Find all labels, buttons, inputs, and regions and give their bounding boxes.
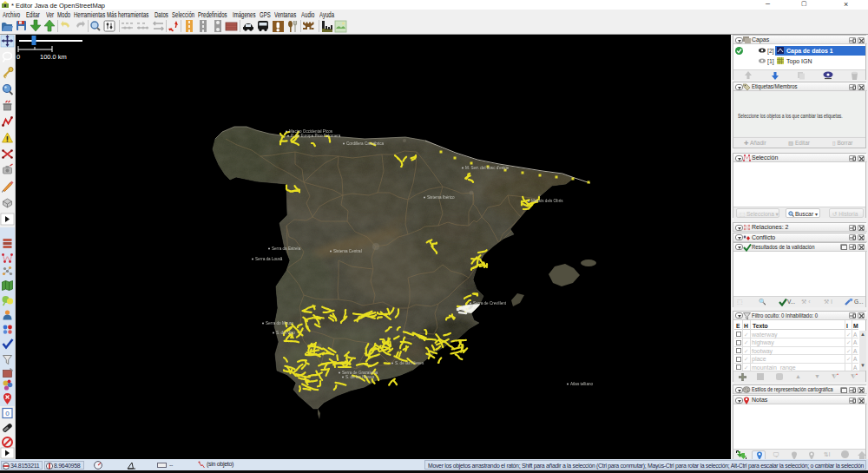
svg-text:Serra de Crevillent: Serra de Crevillent	[473, 301, 507, 305]
svg-text:Sistema Ibérico: Sistema Ibérico	[427, 195, 455, 200]
svg-text:Serra da Lousã: Serra da Lousã	[255, 257, 283, 261]
svg-text:S. del Viso: S. del Viso	[276, 331, 295, 335]
svg-text:S. de las Nieves: S. de las Nieves	[395, 361, 424, 365]
svg-text:Serra da Estrela: Serra da Estrela	[272, 246, 301, 251]
svg-text:P. de Europa Pico Palomera: P. de Europa Pico Palomera	[291, 134, 341, 138]
svg-text:Serra do Mouro: Serra do Mouro	[266, 321, 293, 325]
svg-text:Massís dels Obris: Massís dels Obris	[531, 199, 563, 203]
svg-text:Sistema Central: Sistema Central	[333, 249, 362, 253]
svg-text:0: 0	[5, 410, 10, 417]
svg-text:M. Serr. del bosc d'estge: M. Serr. del bosc d'estge	[465, 166, 510, 170]
svg-text:0: 0	[16, 53, 20, 61]
svg-text:Cordillera Cantábrica: Cordillera Cantábrica	[346, 141, 385, 146]
svg-text:Atlas telliano: Atlas telliano	[570, 382, 593, 386]
svg-text:100.0 km: 100.0 km	[40, 53, 67, 61]
svg-text:S. de las Nieves: S. de las Nieves	[345, 375, 375, 379]
